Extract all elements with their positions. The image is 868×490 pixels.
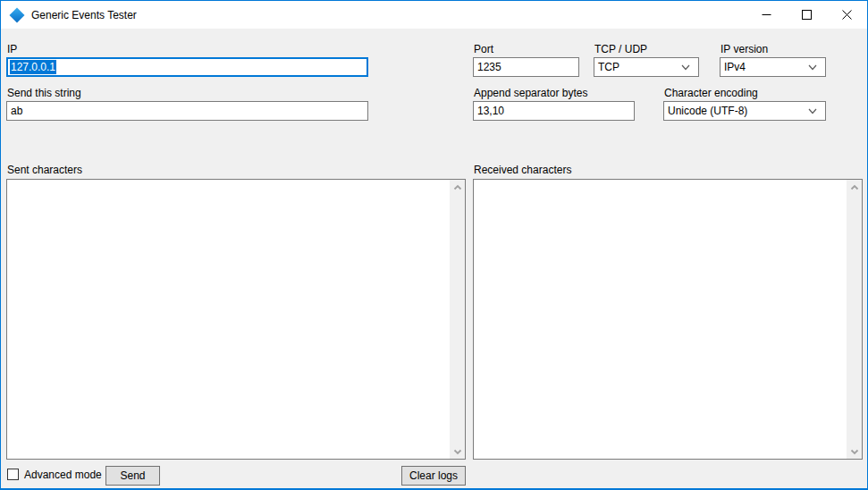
maximize-button[interactable] [787,1,827,29]
minimize-button[interactable] [746,1,787,29]
protocol-selected-value: TCP [598,61,680,73]
window-title: Generic Events Tester [31,9,137,21]
close-icon [842,10,852,20]
minimize-icon [762,10,771,20]
ip-input[interactable]: 127.0.0.1 [6,57,368,77]
sent-scrollbar[interactable] [450,180,465,459]
scroll-up-button[interactable] [450,180,465,195]
send-string-input[interactable] [6,101,368,121]
chevron-down-icon [680,62,691,72]
blue-diamond-icon [10,7,25,22]
protocol-dropdown[interactable]: TCP [594,57,699,77]
chevron-down-icon [849,446,860,457]
titlebar[interactable]: Generic Events Tester [1,1,867,29]
app-icon [10,8,24,22]
ip-version-dropdown[interactable]: IPv4 [720,57,826,77]
close-button[interactable] [827,1,867,29]
scroll-up-button[interactable] [847,180,862,195]
window-controls [746,1,867,29]
app-window: Generic Events Tester IP Port TCP / UDP … [0,0,868,490]
scroll-down-button[interactable] [450,444,465,459]
chevron-down-icon [807,62,818,72]
encoding-label: Character encoding [664,87,758,99]
encoding-dropdown[interactable]: Unicode (UTF-8) [663,101,826,121]
ip-selected-text: 127.0.0.1 [10,60,56,74]
received-characters-content [474,180,847,459]
protocol-label: TCP / UDP [594,43,647,55]
received-characters-textarea[interactable] [473,179,863,460]
scroll-down-button[interactable] [847,444,862,459]
advanced-mode-label: Advanced mode [24,469,102,481]
send-string-label: Send this string [7,87,81,99]
received-characters-label: Received characters [474,164,571,176]
advanced-mode-checkbox[interactable] [7,469,19,480]
ip-label: IP [7,43,17,55]
ip-version-label: IP version [721,43,768,55]
separator-bytes-input[interactable] [473,101,635,121]
chevron-up-icon [849,182,860,193]
sent-characters-textarea[interactable] [6,179,466,460]
separator-bytes-label: Append separator bytes [474,87,587,99]
sent-characters-label: Sent characters [7,164,82,176]
maximize-icon [802,10,812,20]
chevron-down-icon [452,446,463,457]
chevron-up-icon [452,182,463,193]
sent-characters-content [7,180,450,459]
port-input[interactable] [473,57,579,77]
chevron-down-icon [807,106,818,116]
send-button[interactable]: Send [105,466,160,486]
received-scrollbar[interactable] [847,180,862,459]
ip-version-selected-value: IPv4 [724,61,807,73]
encoding-selected-value: Unicode (UTF-8) [668,105,807,117]
port-label: Port [474,43,493,55]
clear-logs-button[interactable]: Clear logs [401,466,466,486]
